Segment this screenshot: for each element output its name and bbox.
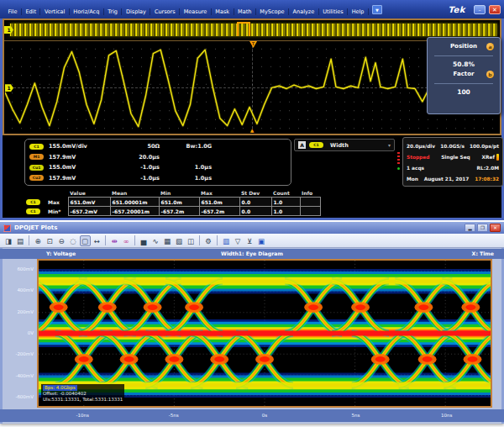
menu-item-utilities[interactable]: Utilities [319, 8, 348, 15]
menu-item-analyze[interactable]: Analyze [289, 8, 319, 15]
knob-b-icon[interactable]: b [486, 71, 494, 78]
trigger-readout[interactable]: A C1 Width ▾ [294, 139, 395, 151]
overview-waveform [10, 24, 497, 36]
zoom-select-icon[interactable]: ⊡ [45, 235, 55, 246]
screenshot-root: FileEditVerticalHoriz/AcqTrigDisplayCurs… [0, 0, 504, 427]
readout-strip: C1155.0mV/div50ΩBw:1.0GM1157.9mV20.0μsCu… [3, 137, 501, 187]
readout-value-1: -1.0μs [109, 175, 160, 182]
trigger-source-badge: C1 [309, 142, 323, 148]
linked-cursors-icon[interactable]: ∞ [121, 235, 132, 246]
day: Mon [407, 177, 418, 182]
position-value: 50.8% [428, 59, 500, 71]
measurement-cell: 0.0 [239, 207, 271, 216]
divider [434, 83, 493, 84]
acq-mode: Single Seq [441, 155, 470, 160]
factor-label: Factor [454, 71, 475, 77]
y-axis-tick-labels: 600mV400mV200mV0V-200mV-400mV-600mV [3, 259, 36, 408]
acq-status: Stopped [407, 155, 429, 160]
menu-item-display[interactable]: Display [122, 8, 150, 15]
column-header-Value: Value [68, 190, 110, 198]
overlay-plot-icon[interactable]: ◫ [186, 235, 197, 246]
y-tick-label: -200mV [15, 351, 34, 356]
save-icon[interactable]: ◨ [3, 235, 14, 246]
measurement-cell: 651.00001m [110, 198, 159, 207]
app-icon [3, 224, 11, 232]
zoom-window-bracket[interactable] [237, 22, 250, 36]
channel-badge[interactable]: Cu2 [29, 175, 44, 181]
trend-plot-icon[interactable]: ∿ [150, 235, 161, 246]
pan-icon[interactable]: ↔ [92, 235, 102, 246]
menu-item-mask[interactable]: Mask [212, 8, 234, 15]
sample-rate: 10.0GS/s [440, 144, 465, 149]
column-header-Max: Max [199, 190, 239, 198]
zoom-reset-icon[interactable]: ◌ [68, 235, 79, 246]
summary-icon[interactable]: ▥ [221, 235, 232, 246]
plot-header-bar: Y: Voltage Width1: Eye Diagram X: Time [0, 249, 504, 259]
menu-item-file[interactable]: File [4, 8, 22, 15]
acquisition-activity-indicator [397, 152, 400, 164]
trigger-type: Width [330, 142, 388, 149]
measurement-table: ValueMeanMinMaxSt DevCountInfoC1Max651.0… [24, 190, 321, 216]
readout-scale: 157.9mV [49, 154, 109, 161]
filter-icon[interactable]: ▽ [233, 235, 244, 246]
config-icon[interactable]: ⚙ [203, 235, 214, 246]
menu-item-cursors[interactable]: Cursors [150, 8, 180, 15]
xref-label: XRef [482, 155, 495, 160]
zoom-out-icon[interactable]: ⊖ [56, 235, 67, 246]
vertical-cursors-icon[interactable]: ⇹ [109, 235, 120, 246]
channel-badge[interactable]: M1 [29, 154, 44, 160]
factor-value: 100 [428, 87, 500, 98]
readout-value-2: 1.0μs [160, 175, 212, 182]
timebase-readout: 20.0μs/div 10.0GS/s 100.0ps/pt Stopped S… [402, 137, 503, 187]
menu-item-measure[interactable]: Measure [180, 8, 212, 15]
eye-diagram-plot[interactable]: Bps: 4.0Gbps Offset: -0.0040402 UIs:5331… [37, 259, 492, 408]
histogram-plot-icon[interactable]: ▅ [139, 235, 150, 246]
channel-badge[interactable]: Cu1 [29, 165, 44, 171]
menu-item-trig[interactable]: Trig [104, 8, 123, 15]
scope-menu-bar: FileEditVerticalHoriz/AcqTrigDisplayCurs… [0, 0, 504, 18]
menu-item-horizacq[interactable]: Horiz/Acq [70, 8, 104, 15]
measurement-name: Max [48, 199, 60, 205]
grid-plot-icon[interactable]: ▦ [162, 235, 173, 246]
menu-item-vertical[interactable]: Vertical [40, 8, 69, 15]
channel-readout-row: C1155.0mV/div50ΩBw:1.0G [29, 141, 286, 152]
table-row: C1Min*-657.2mV-657.20001m-657.2m-657.2m0… [24, 207, 320, 216]
close-button[interactable]: ✕ [490, 224, 501, 232]
menu-more-dropdown[interactable]: ▼ [372, 5, 382, 14]
measurement-cell [300, 207, 320, 216]
channel1-waveform [5, 41, 499, 133]
window-title: DPOJET Plots [14, 224, 463, 231]
record-length: RL:2.0M [476, 166, 499, 171]
measurement-cell: 651.0m [159, 198, 199, 207]
x-axis-bar: -10ns-5ns0s5ns10ns [0, 409, 504, 422]
zoom-in-icon[interactable]: ⊕ [33, 235, 44, 246]
restore-button[interactable]: ❐ [477, 224, 488, 232]
menu-item-math[interactable]: Math [234, 8, 256, 15]
knob-a-icon[interactable]: a [486, 43, 494, 50]
readout-value-1: -1.0μs [109, 164, 160, 171]
menu-item-myscope[interactable]: MyScope [256, 8, 289, 15]
dpojet-title-bar[interactable]: DPOJET Plots ▂ ❐ ✕ [0, 222, 504, 234]
acq-count: 1 acqs [407, 166, 424, 171]
channel-badge[interactable]: C1 [29, 144, 44, 150]
box-zoom-icon[interactable]: ▢ [80, 235, 91, 246]
menu-item-edit[interactable]: Edit [22, 8, 41, 15]
divider [434, 55, 493, 56]
close-button[interactable]: ✕ [489, 5, 501, 14]
column-header-Mean: Mean [110, 190, 159, 198]
minimize-button[interactable]: – [474, 5, 486, 14]
minimize-button[interactable]: ▂ [465, 224, 475, 232]
display-icon[interactable]: ▣ [256, 235, 267, 246]
annotation-uis: UIs:5331:13331, Total:5331:13331 [43, 397, 123, 402]
measurement-cell: 0.0 [239, 198, 271, 207]
annotation-bitrate: Bps: 4.0Gbps [43, 385, 77, 391]
column-header-Count: Count [271, 190, 300, 198]
annotation-offset: Offset: -0.0040402 [43, 391, 87, 396]
print-icon[interactable]: ▤ [15, 235, 26, 246]
xref-group: XRef [482, 154, 499, 161]
stack-plot-icon[interactable]: ▧ [174, 235, 185, 246]
y-tick-label: -400mV [15, 373, 34, 378]
export-icon[interactable]: ⊻ [244, 235, 255, 246]
row-label-cell: C1Max [24, 198, 68, 207]
menu-item-help[interactable]: Help [348, 8, 369, 15]
